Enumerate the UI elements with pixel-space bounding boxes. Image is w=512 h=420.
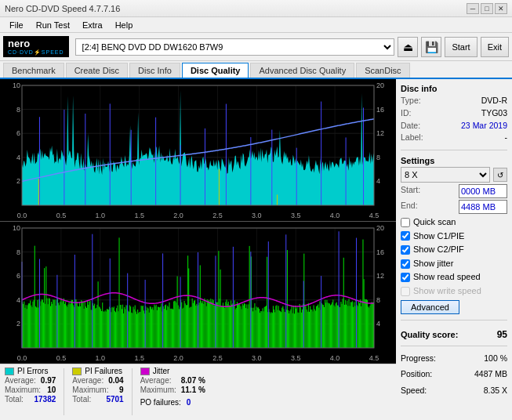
show-c2-pif-row: Show C2/PIF <box>401 243 507 257</box>
disc-id-row: ID: TYG03 <box>401 107 507 120</box>
advanced-button[interactable]: Advanced <box>401 300 459 314</box>
tab-advanced-disc-quality[interactable]: Advanced Disc Quality <box>250 63 354 78</box>
show-write-speed-row: Show write speed <box>401 284 507 299</box>
eject-icon-button[interactable]: ⏏ <box>398 37 418 57</box>
disc-info-title: Disc info <box>401 84 507 93</box>
progress-label: Progress: <box>401 352 436 365</box>
top-chart-canvas <box>0 79 396 221</box>
pi-errors-color-box <box>5 368 14 375</box>
pi-failures-total-label: Total: <box>72 395 91 404</box>
show-c1-pie-row: Show C1/PIE <box>401 230 507 244</box>
nero-logo: nero CD·DVD⚡SPEED <box>3 36 69 57</box>
show-read-speed-label: Show read speed <box>413 270 481 284</box>
reset-button[interactable]: ↺ <box>493 168 507 182</box>
disc-date-value: 23 Mar 2019 <box>461 120 507 132</box>
po-failures-value: 0 <box>187 398 191 407</box>
toolbar: nero CD·DVD⚡SPEED [2:4] BENQ DVD DD DW16… <box>0 33 512 61</box>
pi-failures-max-label: Maximum: <box>72 386 108 394</box>
pi-failures-max-value: 9 <box>119 386 124 394</box>
top-chart <box>0 79 396 222</box>
title-text: Nero CD-DVD Speed 4.7.7.16 <box>5 4 120 13</box>
divider-3 <box>401 346 507 346</box>
title-buttons: ─ □ ✕ <box>467 3 507 14</box>
minimize-button[interactable]: ─ <box>467 3 479 14</box>
pi-failures-legend: PI Failures Average: 0.04 Maximum: 9 Tot… <box>72 367 123 417</box>
menu-run-test[interactable]: Run Test <box>30 19 76 31</box>
speed-select[interactable]: 8 X <box>401 167 490 183</box>
tab-scan-disc[interactable]: ScanDisc <box>356 63 409 78</box>
end-input[interactable] <box>459 200 507 214</box>
position-row: Position: 4487 MB <box>401 368 507 381</box>
menu-help[interactable]: Help <box>109 19 140 31</box>
pi-errors-legend: PI Errors Average: 0.97 Maximum: 10 Tota… <box>5 367 56 417</box>
menu-file[interactable]: File <box>3 19 30 31</box>
show-jitter-row: Show jitter <box>401 257 507 271</box>
quality-score-label: Quality score: <box>401 330 458 339</box>
show-jitter-checkbox[interactable] <box>401 259 410 269</box>
po-failures-label: PO failures: <box>140 398 181 407</box>
show-c1-pie-checkbox[interactable] <box>401 231 410 241</box>
nero-logo-text: nero <box>8 38 30 49</box>
quick-scan-checkbox[interactable] <box>401 218 410 227</box>
pi-failures-avg-value: 0.04 <box>108 376 123 385</box>
settings-section: Settings 8 X ↺ Start: End: Quick scan <box>401 156 507 314</box>
disc-date-label: Date: <box>401 120 420 132</box>
tabs: Benchmark Create Disc Disc Info Disc Qua… <box>0 61 512 79</box>
show-write-speed-checkbox[interactable] <box>401 287 410 296</box>
speed-row: 8 X ↺ <box>401 167 507 183</box>
divider-1 <box>401 150 507 150</box>
quick-scan-label: Quick scan <box>413 215 456 230</box>
tab-disc-info[interactable]: Disc Info <box>129 63 180 78</box>
show-read-speed-checkbox[interactable] <box>401 273 410 282</box>
end-label: End: <box>401 200 418 214</box>
speed-row: Speed: 8.35 X <box>401 384 507 397</box>
position-label: Position: <box>401 368 432 381</box>
quick-scan-row: Quick scan <box>401 215 507 230</box>
jitter-title: Jitter <box>153 367 170 375</box>
pi-errors-avg-value: 0.97 <box>41 376 56 385</box>
position-value: 4487 MB <box>474 368 507 381</box>
drive-select[interactable]: [2:4] BENQ DVD DD DW1620 B7W9 <box>75 38 395 56</box>
tab-create-disc[interactable]: Create Disc <box>66 63 128 78</box>
disc-label-value: - <box>505 132 508 144</box>
tab-benchmark[interactable]: Benchmark <box>3 63 64 78</box>
show-c1-pie-label: Show C1/PIE <box>413 230 464 244</box>
bottom-chart <box>0 222 396 364</box>
jitter-avg-value: 8.07 % <box>181 376 205 385</box>
start-row: Start: <box>401 184 507 198</box>
show-c2-pif-label: Show C2/PIF <box>413 243 464 257</box>
show-read-speed-row: Show read speed <box>401 270 507 284</box>
show-jitter-label: Show jitter <box>413 257 453 271</box>
progress-row: Progress: 100 % <box>401 352 507 365</box>
start-button[interactable]: Start <box>445 37 477 57</box>
charts-panel: PI Errors Average: 0.97 Maximum: 10 Tota… <box>0 79 396 419</box>
pi-errors-max-value: 10 <box>47 386 56 394</box>
legend-area: PI Errors Average: 0.97 Maximum: 10 Tota… <box>0 364 396 419</box>
start-label: Start: <box>401 184 420 198</box>
pi-errors-total-label: Total: <box>5 395 24 404</box>
menu-bar: File Run Test Extra Help <box>0 17 512 33</box>
maximize-button[interactable]: □ <box>481 3 493 14</box>
show-c2-pif-checkbox[interactable] <box>401 245 410 255</box>
disc-id-label: ID: <box>401 107 411 120</box>
close-button[interactable]: ✕ <box>495 3 507 14</box>
tab-disc-quality[interactable]: Disc Quality <box>182 63 249 78</box>
progress-value: 100 % <box>484 352 507 365</box>
menu-extra[interactable]: Extra <box>76 19 109 31</box>
save-icon-button[interactable]: 💾 <box>421 37 441 57</box>
exit-button[interactable]: Exit <box>481 37 509 57</box>
disc-info-section: Disc info Type: DVD-R ID: TYG03 Date: 23… <box>401 84 507 144</box>
quality-score-value: 95 <box>497 329 507 340</box>
show-write-speed-label: Show write speed <box>413 284 481 299</box>
legend-divider-1 <box>64 368 64 415</box>
quality-score-row: Quality score: 95 <box>401 329 507 340</box>
settings-title: Settings <box>401 156 507 165</box>
start-input[interactable] <box>459 184 507 198</box>
disc-date-row: Date: 23 Mar 2019 <box>401 120 507 132</box>
pi-failures-avg-label: Average: <box>72 376 103 385</box>
right-panel: Disc info Type: DVD-R ID: TYG03 Date: 23… <box>396 79 512 419</box>
main-content: PI Errors Average: 0.97 Maximum: 10 Tota… <box>0 79 512 419</box>
divider-2 <box>401 320 507 320</box>
jitter-max-value: 11.1 % <box>181 386 205 394</box>
disc-type-label: Type: <box>401 95 421 107</box>
